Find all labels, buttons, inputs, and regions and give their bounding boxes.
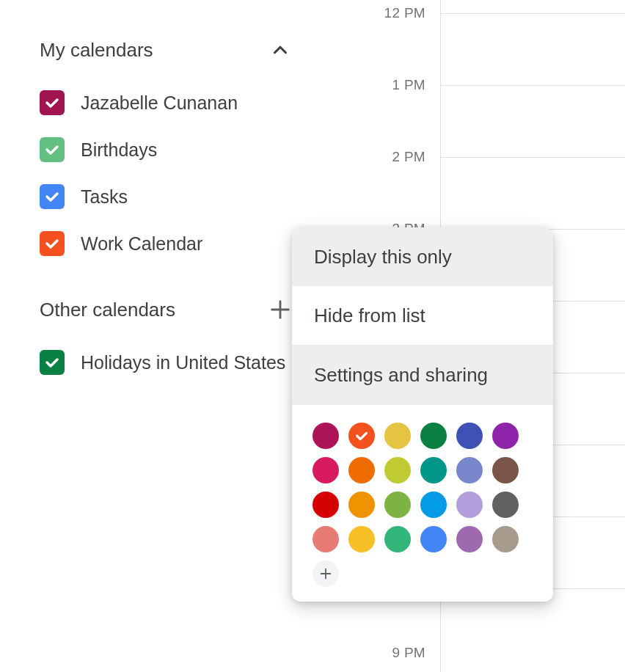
color-swatch[interactable]: [348, 457, 375, 483]
calendar-checkbox[interactable]: [40, 184, 65, 209]
color-swatch[interactable]: [456, 457, 483, 483]
my-calendar-item[interactable]: Jazabelle Cunanan: [40, 79, 293, 126]
calendar-label: Jazabelle Cunanan: [81, 92, 238, 114]
calendar-checkbox[interactable]: [40, 137, 65, 162]
my-calendars-title: My calendars: [40, 39, 153, 62]
plus-icon[interactable]: [267, 296, 293, 323]
color-swatch[interactable]: [420, 423, 447, 449]
color-swatch[interactable]: [456, 492, 483, 518]
popover-menu-item[interactable]: Settings and sharing: [292, 346, 553, 404]
my-calendars-list: Jazabelle CunananBirthdaysTasksWork Cale…: [40, 79, 293, 267]
color-swatch[interactable]: [348, 526, 375, 552]
time-label: 9 PM: [345, 645, 425, 661]
calendar-options-popover: Display this onlyHide from listSettings …: [292, 227, 553, 602]
color-swatch[interactable]: [348, 423, 375, 449]
color-swatch[interactable]: [420, 457, 447, 483]
calendar-label: Holidays in United States: [81, 352, 285, 373]
calendar-checkbox[interactable]: [40, 350, 65, 375]
color-swatch[interactable]: [456, 423, 483, 449]
color-swatch[interactable]: [384, 526, 411, 552]
my-calendar-item[interactable]: Work Calendar: [40, 220, 293, 267]
popover-menu-item[interactable]: Hide from list: [292, 286, 553, 345]
color-swatch[interactable]: [492, 492, 519, 518]
color-swatch[interactable]: [384, 423, 411, 449]
color-swatch[interactable]: [456, 526, 483, 552]
color-swatch[interactable]: [384, 457, 411, 483]
time-label: 2 PM: [345, 149, 425, 165]
calendar-label: Birthdays: [81, 139, 157, 161]
calendar-checkbox[interactable]: [40, 90, 65, 115]
other-calendar-item[interactable]: Holidays in United States: [40, 339, 293, 386]
other-calendars-header[interactable]: Other calendars: [40, 289, 293, 330]
calendar-checkbox[interactable]: [40, 231, 65, 256]
hour-line: [440, 85, 625, 86]
my-calendar-item[interactable]: Tasks: [40, 173, 293, 220]
color-swatch[interactable]: [492, 526, 519, 552]
other-calendars-title: Other calendars: [40, 299, 175, 321]
add-custom-color-button[interactable]: [312, 560, 339, 587]
color-swatch[interactable]: [312, 492, 339, 518]
time-label: 12 PM: [345, 5, 425, 21]
other-calendars-list: Holidays in United States: [40, 339, 293, 386]
color-swatch[interactable]: [348, 492, 375, 518]
color-swatch-grid: [292, 405, 553, 602]
hour-line: [440, 157, 625, 158]
chevron-up-icon[interactable]: [267, 37, 293, 63]
calendar-label: Work Calendar: [81, 233, 202, 255]
color-swatch[interactable]: [384, 492, 411, 518]
color-swatch[interactable]: [492, 457, 519, 483]
color-swatch[interactable]: [312, 423, 339, 449]
time-label: 1 PM: [345, 77, 425, 93]
calendar-label: Tasks: [81, 186, 128, 208]
color-swatch[interactable]: [420, 526, 447, 552]
color-swatch[interactable]: [312, 457, 339, 483]
popover-menu-item[interactable]: Display this only: [292, 227, 553, 286]
hour-line: [440, 13, 625, 14]
sidebar: My calendars Jazabelle CunananBirthdaysT…: [0, 29, 293, 408]
color-swatch[interactable]: [420, 492, 447, 518]
color-swatch[interactable]: [492, 423, 519, 449]
color-swatch[interactable]: [312, 526, 339, 552]
my-calendar-item[interactable]: Birthdays: [40, 126, 293, 173]
my-calendars-header[interactable]: My calendars: [40, 29, 293, 70]
